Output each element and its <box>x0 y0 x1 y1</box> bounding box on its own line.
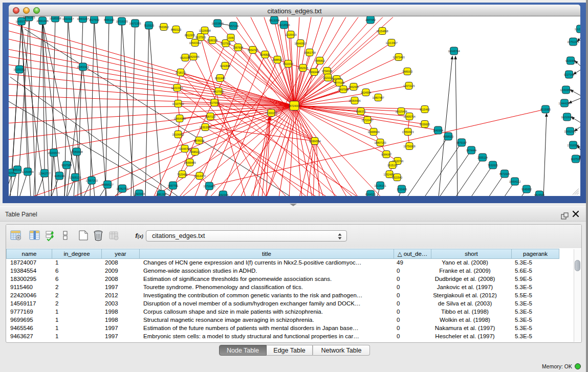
svg-text:7663822: 7663822 <box>159 25 169 28</box>
svg-text:7955812: 7955812 <box>315 59 325 62</box>
svg-text:10973493: 10973493 <box>393 55 404 58</box>
svg-text:12213967: 12213967 <box>385 41 397 44</box>
svg-text:15716485: 15716485 <box>203 184 215 187</box>
svg-text:12213363: 12213363 <box>171 86 183 89</box>
svg-text:8878334: 8878334 <box>194 139 204 142</box>
svg-text:2588520: 2588520 <box>272 58 282 61</box>
svg-text:19384554: 19384554 <box>309 139 320 142</box>
svg-text:9777169: 9777169 <box>334 81 344 84</box>
svg-text:10543342: 10543342 <box>189 41 201 44</box>
svg-text:885001: 885001 <box>13 168 21 171</box>
svg-text:9227343: 9227343 <box>564 73 574 76</box>
svg-text:9084067: 9084067 <box>381 152 391 156</box>
svg-text:9115460: 9115460 <box>420 107 430 111</box>
svg-text:16155352: 16155352 <box>13 68 25 71</box>
svg-text:8958923: 8958923 <box>443 135 453 138</box>
svg-text:16033809: 16033809 <box>211 21 223 25</box>
svg-text:17957253: 17957253 <box>85 179 97 182</box>
svg-text:18724007: 18724007 <box>288 104 300 107</box>
svg-text:7515525: 7515525 <box>144 24 154 27</box>
svg-text:16210643: 16210643 <box>561 115 573 118</box>
svg-text:20791375: 20791375 <box>23 16 35 19</box>
svg-text:12973115: 12973115 <box>403 84 415 87</box>
svg-text:9794028: 9794028 <box>322 69 332 72</box>
svg-text:20053346: 20053346 <box>77 65 89 68</box>
svg-text:9146821: 9146821 <box>260 53 270 56</box>
svg-text:1527602: 1527602 <box>89 18 99 21</box>
svg-text:20364436: 20364436 <box>349 99 360 102</box>
svg-text:10782759: 10782759 <box>116 187 128 190</box>
svg-text:20691406: 20691406 <box>36 19 48 22</box>
svg-text:6497568: 6497568 <box>338 87 349 91</box>
svg-text:6879197: 6879197 <box>456 141 467 144</box>
svg-text:9397588: 9397588 <box>61 163 72 166</box>
svg-text:6466160: 6466160 <box>104 18 114 21</box>
svg-text:21300273: 21300273 <box>265 111 277 114</box>
svg-text:8215955: 8215955 <box>540 107 551 111</box>
svg-text:18185508: 18185508 <box>49 16 61 19</box>
svg-text:2367608: 2367608 <box>233 46 243 49</box>
svg-text:15692971: 15692971 <box>564 129 576 133</box>
svg-text:12444158: 12444158 <box>558 101 570 104</box>
svg-text:1640954: 1640954 <box>433 128 443 132</box>
svg-text:10107552: 10107552 <box>172 102 184 105</box>
svg-text:15751074: 15751074 <box>567 40 579 43</box>
svg-text:10807487: 10807487 <box>372 96 384 99</box>
svg-text:16961758: 16961758 <box>303 51 315 54</box>
svg-text:12156859: 12156859 <box>21 170 33 173</box>
svg-text:14099489: 14099489 <box>184 161 195 164</box>
svg-text:16154808: 16154808 <box>376 29 388 32</box>
svg-text:7485003: 7485003 <box>402 70 412 73</box>
svg-text:2687682: 2687682 <box>365 18 376 21</box>
svg-text:2935114: 2935114 <box>477 156 488 159</box>
svg-text:15136141: 15136141 <box>374 184 386 187</box>
svg-text:9824506: 9824506 <box>534 193 545 196</box>
svg-text:2718170: 2718170 <box>176 71 186 74</box>
svg-text:12093872: 12093872 <box>560 88 572 91</box>
svg-text:1733426: 1733426 <box>397 187 407 190</box>
svg-text:10719155: 10719155 <box>116 19 127 23</box>
svg-text:10553267: 10553267 <box>77 17 89 20</box>
svg-text:8031440: 8031440 <box>215 76 225 79</box>
svg-text:5498222: 5498222 <box>190 150 200 153</box>
svg-text:19218506: 19218506 <box>278 23 290 26</box>
svg-text:15720407: 15720407 <box>361 118 373 121</box>
svg-text:7357224: 7357224 <box>228 24 238 27</box>
svg-text:10025438: 10025438 <box>395 110 407 113</box>
svg-text:18640910: 18640910 <box>294 41 306 45</box>
svg-text:7462606: 7462606 <box>349 85 359 88</box>
svg-text:13495754: 13495754 <box>403 115 415 118</box>
svg-text:6039605: 6039605 <box>420 122 430 125</box>
svg-text:15353594: 15353594 <box>199 125 211 128</box>
svg-text:10654112: 10654112 <box>509 180 521 183</box>
svg-text:10688609: 10688609 <box>367 130 379 133</box>
svg-text:16671355: 16671355 <box>129 21 141 25</box>
svg-text:1167533: 1167533 <box>571 157 580 160</box>
svg-text:8813054: 8813054 <box>269 18 279 21</box>
svg-text:5322037: 5322037 <box>283 62 293 65</box>
svg-text:16914473: 16914473 <box>193 174 205 177</box>
svg-text:9245652: 9245652 <box>521 187 532 190</box>
svg-text:1292344: 1292344 <box>218 193 228 196</box>
svg-text:9327508: 9327508 <box>221 41 231 45</box>
svg-text:1881304: 1881304 <box>156 192 166 195</box>
svg-text:8454749: 8454749 <box>248 48 258 51</box>
svg-text:7632621: 7632621 <box>488 163 498 166</box>
svg-text:8427552: 8427552 <box>213 90 224 93</box>
svg-text:8186328: 8186328 <box>207 38 217 41</box>
svg-text:3624554: 3624554 <box>361 91 371 94</box>
svg-text:12505135: 12505135 <box>69 176 81 179</box>
svg-text:1145194: 1145194 <box>54 174 64 177</box>
svg-text:17359938: 17359938 <box>71 150 82 153</box>
svg-text:17654923: 17654923 <box>402 130 413 133</box>
svg-text:19106852: 19106852 <box>172 133 184 136</box>
svg-text:8990448: 8990448 <box>309 70 319 73</box>
svg-text:20206570: 20206570 <box>48 151 59 154</box>
svg-text:917006: 917006 <box>210 101 219 104</box>
svg-text:16919117: 16919117 <box>62 17 74 20</box>
svg-text:17016504: 17016504 <box>567 143 579 146</box>
svg-text:10958127: 10958127 <box>101 183 113 186</box>
svg-text:19756928: 19756928 <box>403 144 415 147</box>
svg-text:12923446: 12923446 <box>133 192 145 195</box>
svg-text:13226058: 13226058 <box>199 29 210 32</box>
